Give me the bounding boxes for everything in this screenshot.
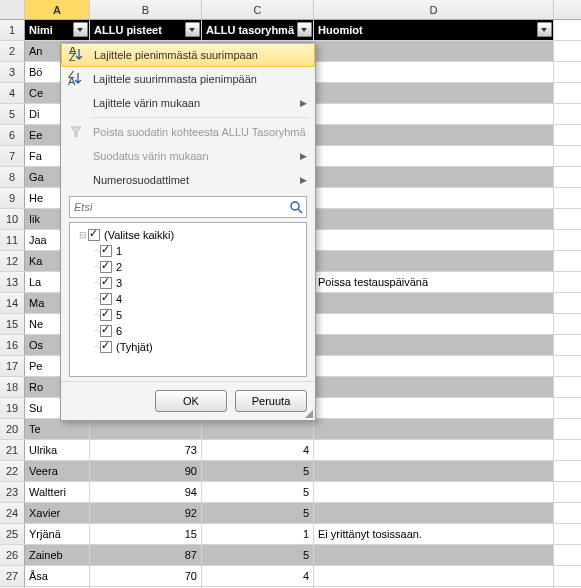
resize-handle-icon[interactable]	[303, 408, 313, 418]
header-cell[interactable]: Nimi	[25, 20, 90, 40]
cell[interactable]	[314, 83, 554, 103]
row-header[interactable]: 26	[0, 545, 25, 565]
row-header[interactable]: 17	[0, 356, 25, 376]
cell[interactable]	[314, 398, 554, 418]
row-header[interactable]: 19	[0, 398, 25, 418]
cell[interactable]	[314, 146, 554, 166]
cell[interactable]: Te	[25, 419, 90, 439]
row-header[interactable]: 15	[0, 314, 25, 334]
sort-ascending[interactable]: AZ Lajittele pienimmästä suurimpaan	[61, 43, 315, 67]
cell[interactable]: Poissa testauspäivänä	[314, 272, 554, 292]
checkbox-icon[interactable]	[100, 245, 112, 257]
checkbox-icon[interactable]	[88, 229, 100, 241]
blanks-node[interactable]: ┈(Tyhjät)	[74, 339, 302, 355]
filter-dropdown-icon[interactable]	[537, 22, 552, 37]
filter-value-node[interactable]: ┈5	[74, 307, 302, 323]
checkbox-icon[interactable]	[100, 277, 112, 289]
filter-dropdown-icon[interactable]	[297, 22, 312, 37]
cell[interactable]	[314, 230, 554, 250]
checkbox-icon[interactable]	[100, 341, 112, 353]
cell[interactable]: 5	[202, 461, 314, 481]
col-header-a[interactable]: A	[25, 0, 90, 19]
filter-values-tree[interactable]: ⊟(Valitse kaikki) ┈1┈2┈3┈4┈5┈6 ┈(Tyhjät)	[69, 222, 307, 377]
cell[interactable]: Yrjänä	[25, 524, 90, 544]
cell[interactable]: Ei yrittänyt tosissaan.	[314, 524, 554, 544]
cell[interactable]	[314, 482, 554, 502]
cell[interactable]: Ulrika	[25, 440, 90, 460]
row-header[interactable]: 14	[0, 293, 25, 313]
cell[interactable]: 5	[202, 545, 314, 565]
cell[interactable]	[314, 188, 554, 208]
row-header[interactable]: 9	[0, 188, 25, 208]
cell[interactable]	[314, 335, 554, 355]
select-all-node[interactable]: ⊟(Valitse kaikki)	[74, 227, 302, 243]
cell[interactable]: 87	[90, 545, 202, 565]
cell[interactable]: 90	[90, 461, 202, 481]
row-header[interactable]: 4	[0, 83, 25, 103]
cell[interactable]	[90, 419, 202, 439]
cell[interactable]: 15	[90, 524, 202, 544]
cancel-button[interactable]: Peruuta	[235, 390, 307, 412]
cell[interactable]: Xavier	[25, 503, 90, 523]
row-header[interactable]: 22	[0, 461, 25, 481]
cell[interactable]: 5	[202, 482, 314, 502]
row-header[interactable]: 23	[0, 482, 25, 502]
cell[interactable]	[314, 503, 554, 523]
cell[interactable]	[314, 461, 554, 481]
checkbox-icon[interactable]	[100, 261, 112, 273]
cell[interactable]	[314, 125, 554, 145]
filter-dropdown-icon[interactable]	[185, 22, 200, 37]
col-header-d[interactable]: D	[314, 0, 554, 19]
checkbox-icon[interactable]	[100, 325, 112, 337]
row-header[interactable]: 3	[0, 62, 25, 82]
cell[interactable]: Åsa	[25, 566, 90, 586]
cell[interactable]: 73	[90, 440, 202, 460]
select-all-corner[interactable]	[0, 0, 25, 19]
cell[interactable]	[314, 293, 554, 313]
cell[interactable]	[314, 377, 554, 397]
number-filters[interactable]: Numerosuodattimet ▶	[61, 168, 315, 192]
cell[interactable]: 5	[202, 503, 314, 523]
header-cell[interactable]: ALLU tasoryhmä	[202, 20, 314, 40]
cell[interactable]	[314, 41, 554, 61]
filter-dropdown-icon[interactable]	[73, 22, 88, 37]
cell[interactable]	[314, 314, 554, 334]
cell[interactable]	[314, 104, 554, 124]
checkbox-icon[interactable]	[100, 309, 112, 321]
col-header-b[interactable]: B	[90, 0, 202, 19]
cell[interactable]: 1	[202, 524, 314, 544]
cell[interactable]	[314, 356, 554, 376]
filter-value-node[interactable]: ┈4	[74, 291, 302, 307]
row-header[interactable]: 12	[0, 251, 25, 271]
filter-search-input[interactable]	[69, 196, 307, 218]
row-header[interactable]: 13	[0, 272, 25, 292]
row-header[interactable]: 25	[0, 524, 25, 544]
cell[interactable]: 4	[202, 440, 314, 460]
row-header[interactable]: 1	[0, 20, 25, 40]
cell[interactable]	[314, 545, 554, 565]
row-header[interactable]: 6	[0, 125, 25, 145]
filter-value-node[interactable]: ┈3	[74, 275, 302, 291]
row-header[interactable]: 2	[0, 41, 25, 61]
sort-descending[interactable]: ZA Lajittele suurimmasta pienimpään	[61, 67, 315, 91]
cell[interactable]: Zaineb	[25, 545, 90, 565]
cell[interactable]	[314, 419, 554, 439]
cell[interactable]: 92	[90, 503, 202, 523]
row-header[interactable]: 8	[0, 167, 25, 187]
checkbox-icon[interactable]	[100, 293, 112, 305]
header-cell[interactable]: Huomiot	[314, 20, 554, 40]
cell[interactable]: Waltteri	[25, 482, 90, 502]
header-cell[interactable]: ALLU pisteet	[90, 20, 202, 40]
cell[interactable]: Veera	[25, 461, 90, 481]
row-header[interactable]: 18	[0, 377, 25, 397]
cell[interactable]	[314, 209, 554, 229]
cell[interactable]	[314, 62, 554, 82]
cell[interactable]	[314, 566, 554, 586]
row-header[interactable]: 16	[0, 335, 25, 355]
col-header-c[interactable]: C	[202, 0, 314, 19]
row-header[interactable]: 20	[0, 419, 25, 439]
cell[interactable]: 94	[90, 482, 202, 502]
row-header[interactable]: 24	[0, 503, 25, 523]
ok-button[interactable]: OK	[155, 390, 227, 412]
row-header[interactable]: 11	[0, 230, 25, 250]
